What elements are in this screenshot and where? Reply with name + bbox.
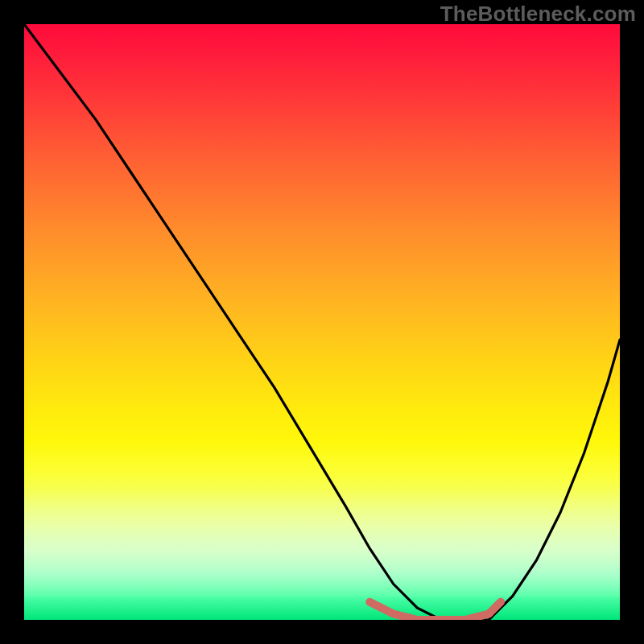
plot-area [24, 24, 620, 620]
watermark-text: TheBottleneck.com [440, 2, 636, 27]
optimal-zone-marker [369, 602, 501, 620]
bottleneck-curve [24, 24, 620, 620]
curve-layer [24, 24, 620, 620]
chart-frame: TheBottleneck.com [0, 0, 644, 644]
